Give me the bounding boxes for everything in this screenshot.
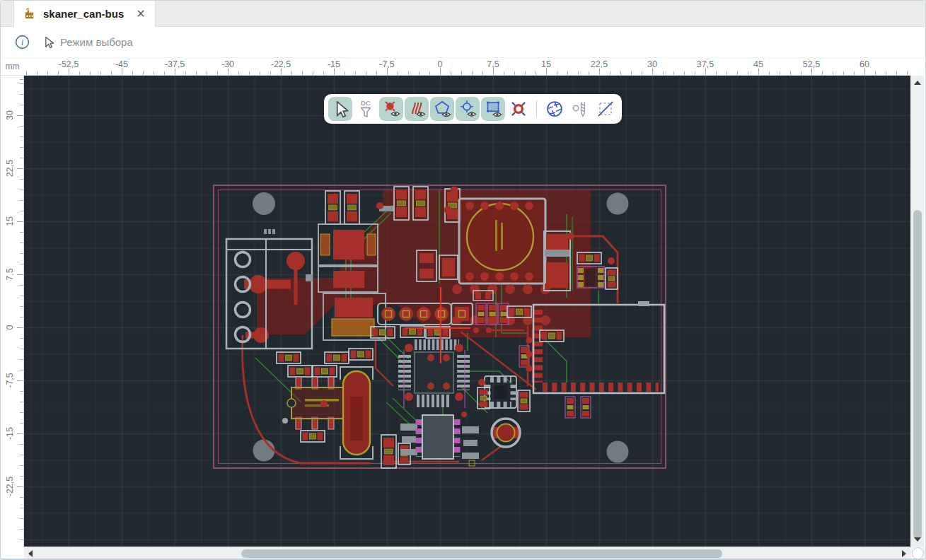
tool-selection-button[interactable] (328, 97, 352, 121)
ruler-vertical: 3022,5157,50-7,5-15-22,5 (1, 76, 24, 547)
tool-show-tracks-button[interactable] (405, 97, 429, 121)
dc-funnel-icon: DC (361, 99, 371, 117)
scrollbar-corner-left (1, 547, 24, 560)
ruler-tick-label: -22,5 (5, 472, 15, 501)
tab-bar: skaner_can-bus ✕ (1, 1, 925, 27)
ruler-tick-label: 52,5 (803, 59, 820, 69)
ruler-tick-label: 22,5 (591, 59, 608, 69)
ruler-tick-label: -7,5 (379, 59, 395, 69)
tracks-visibility-icon (412, 103, 424, 116)
tool-show-polygons-button[interactable] (430, 97, 454, 121)
selection-cursor-icon (42, 35, 56, 49)
ruler-tick-label: 7,5 (487, 59, 499, 69)
ruler-tick-label: 0 (438, 59, 443, 69)
vertical-scrollbar[interactable] (910, 76, 924, 547)
info-icon[interactable]: i (15, 35, 30, 49)
tool-show-regions-button[interactable] (481, 97, 505, 121)
tab-skaner-can-bus[interactable]: skaner_can-bus ✕ (13, 1, 156, 27)
ruler-tick-label: 60 (860, 59, 869, 69)
pcb-buzzer[interactable] (459, 199, 545, 284)
scroll-down-arrow-icon[interactable] (914, 537, 921, 542)
pad-highlight-icon (512, 103, 525, 115)
cursor-arrow-icon (337, 102, 348, 117)
footprint-editor-icon (23, 7, 37, 21)
ruler-horizontal: -52,5-45-37,5-30-22,5-15-7,507,51522,530… (24, 58, 910, 76)
tab-close-icon[interactable]: ✕ (136, 8, 145, 20)
scroll-up-arrow-icon[interactable] (914, 81, 921, 85)
scrollbar-corner (910, 547, 926, 560)
vertical-scrollbar-thumb[interactable] (913, 210, 922, 539)
pcb-inductor[interactable] (492, 419, 520, 447)
view-options-toolbar: DC (324, 94, 622, 124)
toolbar-separator (536, 100, 537, 117)
drill-icon (573, 102, 584, 116)
corner-resize-button[interactable] (912, 547, 924, 559)
ruler-tick-label: 45 (753, 59, 763, 69)
ruler-tick-label: -22,5 (271, 59, 291, 69)
pads-visibility-icon (386, 102, 400, 116)
tool-show-vias-button[interactable] (456, 97, 480, 121)
svg-text:DC: DC (361, 99, 371, 107)
regions-visibility-icon (487, 102, 501, 117)
ruler-tick-label: -7,5 (5, 366, 15, 395)
polygons-visibility-icon (436, 102, 451, 117)
pcb-soic-bottom[interactable] (419, 415, 457, 459)
ruler-tick-label: -45 (115, 59, 128, 69)
scroll-right-arrow-icon[interactable] (902, 550, 906, 557)
ruler-tick-label: 30 (647, 59, 657, 69)
tool-board-region-button[interactable] (594, 97, 618, 121)
ruler-tick-label: 30 (5, 100, 15, 130)
scroll-left-arrow-icon[interactable] (28, 550, 33, 557)
pcb-crystal[interactable] (340, 367, 373, 459)
ruler-tick-label: -15 (328, 59, 340, 69)
ruler-tick-label: -30 (221, 59, 234, 69)
ruler-tick-label: 22,5 (5, 153, 15, 183)
mode-toolbar: i Режим выбора (1, 27, 925, 58)
pcb-drawing[interactable] (24, 76, 910, 547)
tool-show-pads-button[interactable] (379, 97, 403, 121)
ruler-tick-label: 15 (541, 59, 551, 69)
pcb-mcu-qfp[interactable] (404, 344, 465, 408)
horizontal-scrollbar-thumb[interactable] (241, 549, 722, 558)
ruler-tick-label: 15 (5, 206, 15, 236)
tool-dc-filter-button[interactable]: DC (354, 97, 378, 121)
tool-drills-button[interactable] (568, 97, 592, 121)
tab-title: skaner_can-bus (43, 8, 124, 20)
tool-highlight-pads-button[interactable] (507, 97, 531, 121)
board-dashed-icon (598, 102, 613, 116)
aperture-icon (548, 102, 562, 116)
app-window: skaner_can-bus ✕ i Режим выбора mm -52,5… (0, 0, 926, 560)
ruler-tick-label: 7,5 (5, 259, 15, 289)
svg-text:i: i (21, 37, 24, 47)
mode-label: Режим выбора (60, 36, 133, 48)
ruler-tick-label: 37,5 (697, 59, 714, 69)
ruler-tick-label: -37,5 (165, 59, 185, 69)
ruler-tick-label: -15 (5, 419, 15, 448)
horizontal-scrollbar[interactable] (24, 547, 910, 560)
vias-visibility-icon (461, 100, 475, 116)
pcb-canvas[interactable]: DC (24, 76, 910, 547)
tool-apertures-button[interactable] (543, 97, 567, 121)
ruler-tick-label: -52,5 (59, 59, 79, 69)
ruler-tick-label: 0 (5, 313, 15, 342)
ruler-unit-label: mm (1, 58, 24, 76)
